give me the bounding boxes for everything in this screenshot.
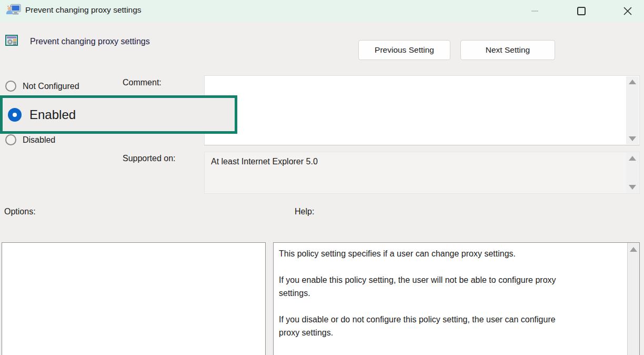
comment-scrollbar[interactable] <box>626 76 639 144</box>
radio-circle-enabled-selected[interactable] <box>8 108 22 122</box>
next-setting-button[interactable]: Next Setting <box>460 40 555 60</box>
previous-setting-button[interactable]: Previous Setting <box>358 40 450 60</box>
scroll-up-icon[interactable] <box>630 247 637 252</box>
minimize-icon <box>531 11 538 12</box>
options-label: Options: <box>4 207 36 216</box>
comment-field-container <box>204 75 640 145</box>
help-panel: This policy setting specifies if a user … <box>273 242 640 355</box>
help-scrollbar[interactable] <box>627 243 639 355</box>
radio-disabled[interactable]: Disabled <box>5 134 55 145</box>
policy-name-label: Prevent changing proxy settings <box>30 37 150 46</box>
help-text: This policy setting specifies if a user … <box>274 243 627 355</box>
minimize-button <box>518 0 551 22</box>
help-paragraph: If you enable this policy setting, the u… <box>279 273 573 300</box>
title-bar: Prevent changing proxy settings <box>0 0 644 22</box>
maximize-button[interactable] <box>565 0 598 22</box>
user-at-computer-icon <box>5 4 21 20</box>
comment-label: Comment: <box>123 78 162 87</box>
help-paragraph: If you disable or do not configure this … <box>279 313 573 339</box>
close-button[interactable] <box>611 0 644 22</box>
radio-circle-not-configured[interactable] <box>5 81 16 92</box>
radio-not-configured[interactable]: Not Configured <box>5 81 79 92</box>
scroll-down-icon[interactable] <box>629 136 636 141</box>
supported-on-field: At least Internet Explorer 5.0 <box>204 152 640 194</box>
scroll-up-icon[interactable] <box>629 80 636 84</box>
radio-label-not-configured: Not Configured <box>23 82 79 91</box>
supported-on-label: Supported on: <box>123 154 176 163</box>
help-paragraph: This policy setting specifies if a user … <box>279 247 573 260</box>
scroll-up-icon[interactable] <box>629 156 636 161</box>
comment-input[interactable] <box>205 76 626 145</box>
supported-on-value: At least Internet Explorer 5.0 <box>211 157 318 166</box>
enabled-highlight-annotation: Enabled <box>0 95 237 134</box>
supported-on-scrollbar[interactable] <box>626 153 639 193</box>
radio-circle-disabled[interactable] <box>5 134 16 145</box>
radio-label-enabled[interactable]: Enabled <box>29 107 76 122</box>
window-title: Prevent changing proxy settings <box>25 5 142 15</box>
scroll-down-icon[interactable] <box>629 185 636 190</box>
policy-setting-icon <box>5 34 18 48</box>
help-label: Help: <box>295 207 314 216</box>
maximize-icon <box>577 7 586 15</box>
options-panel <box>2 242 266 355</box>
group-policy-dialog: Prevent changing proxy settings Prevent … <box>0 0 644 355</box>
radio-label-disabled: Disabled <box>23 135 55 145</box>
close-icon <box>623 6 632 16</box>
